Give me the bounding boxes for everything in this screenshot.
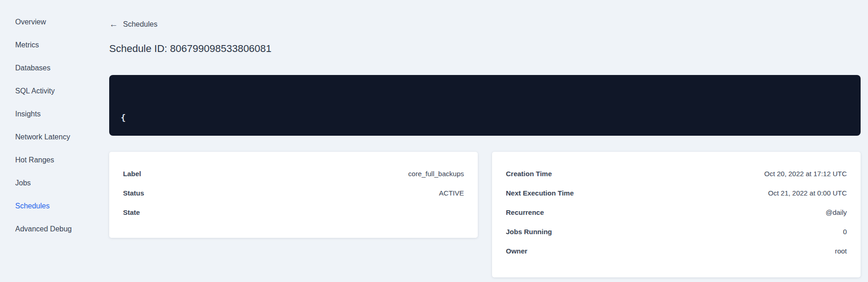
sidebar-nav-list: Overview Metrics Databases SQL Activity … [0, 0, 109, 241]
back-link-schedules[interactable]: ← Schedules [109, 20, 158, 29]
sidebar-item-sql-activity[interactable]: SQL Activity [15, 80, 55, 103]
detail-cards: Label core_full_backups Status ACTIVE St… [109, 152, 861, 277]
detail-value: core_full_backups [408, 170, 464, 178]
main-content: ← Schedules Schedule ID: 806799098533806… [109, 0, 861, 277]
schedule-definition-code-block: { "backup_statement": "BACKUP INTO 's3:/… [109, 75, 861, 136]
detail-row: Label core_full_backups [123, 164, 464, 183]
detail-label: State [123, 208, 140, 216]
detail-value: ACTIVE [439, 189, 464, 197]
detail-label: Creation Time [506, 170, 552, 178]
detail-row: Creation Time Oct 20, 2022 at 17:12 UTC [506, 164, 847, 183]
sidebar-item-jobs[interactable]: Jobs [15, 172, 31, 195]
detail-value: @daily [826, 208, 847, 216]
sidebar-item-overview[interactable]: Overview [15, 11, 46, 34]
sidebar-item-schedules[interactable]: Schedules [15, 195, 50, 218]
detail-row: Owner root [506, 241, 847, 260]
schedule-details-card: Label core_full_backups Status ACTIVE St… [109, 152, 478, 238]
detail-label: Jobs Running [506, 228, 552, 236]
detail-value: Oct 21, 2022 at 0:00 UTC [768, 189, 847, 197]
detail-label: Status [123, 189, 144, 197]
detail-row: Jobs Running 0 [506, 222, 847, 241]
detail-label: Owner [506, 247, 528, 255]
detail-row: State [123, 202, 464, 222]
detail-row: Status ACTIVE [123, 183, 464, 202]
detail-row: Recurrence @daily [506, 202, 847, 222]
sidebar: Overview Metrics Databases SQL Activity … [0, 0, 109, 282]
sidebar-item-databases[interactable]: Databases [15, 57, 51, 80]
page-title: Schedule ID: 806799098533806081 [109, 42, 861, 55]
back-arrow-icon: ← [109, 20, 118, 29]
code-line: { [121, 111, 849, 124]
back-link-label: Schedules [123, 20, 158, 29]
sidebar-item-hot-ranges[interactable]: Hot Ranges [15, 149, 54, 172]
sidebar-item-insights[interactable]: Insights [15, 103, 41, 126]
detail-value: root [835, 247, 847, 255]
sidebar-item-metrics[interactable]: Metrics [15, 34, 39, 57]
schedule-execution-card: Creation Time Oct 20, 2022 at 17:12 UTC … [492, 152, 861, 277]
detail-label: Next Execution Time [506, 189, 574, 197]
sidebar-item-advanced-debug[interactable]: Advanced Debug [15, 218, 72, 241]
detail-label: Label [123, 170, 141, 178]
detail-value: Oct 20, 2022 at 17:12 UTC [764, 170, 847, 178]
detail-row: Next Execution Time Oct 21, 2022 at 0:00… [506, 183, 847, 202]
sidebar-item-network-latency[interactable]: Network Latency [15, 126, 70, 149]
detail-value: 0 [843, 228, 847, 236]
detail-label: Recurrence [506, 208, 544, 216]
